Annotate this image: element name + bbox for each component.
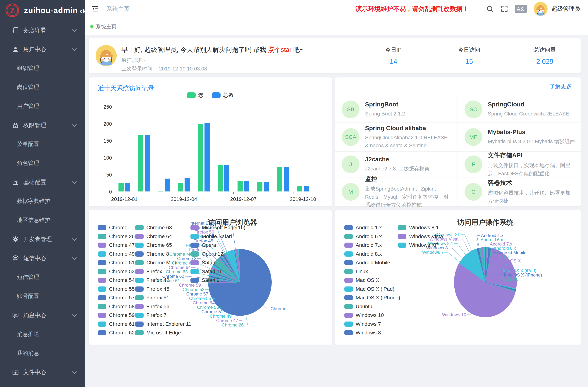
sidebar-item-gear[interactable]: 开发者管理 xyxy=(0,230,85,249)
legend-item[interactable]: Opera xyxy=(190,242,216,248)
breadcrumb[interactable]: 系统主页 xyxy=(107,5,129,13)
legend-item[interactable]: Firefox 42 xyxy=(135,277,169,283)
sidebar-item-user[interactable]: 用户中心 xyxy=(0,40,85,59)
legend-item[interactable]: Mobile Safari xyxy=(190,234,232,239)
y-tick-label: 250 xyxy=(94,104,112,110)
username[interactable]: 超级管理员 xyxy=(552,5,580,13)
legend-item[interactable]: Microsoft Edge xyxy=(135,330,181,336)
legend-item[interactable]: Safari xyxy=(190,260,215,266)
bar-you xyxy=(158,191,163,191)
sidebar-item-sub[interactable]: 角色管理 xyxy=(0,154,85,173)
legend-item[interactable]: Windows Vista xyxy=(398,234,443,239)
legend-item[interactable]: Windows 8.1 xyxy=(398,225,439,231)
legend-item[interactable]: Chrome 62 xyxy=(98,330,135,336)
sidebar-item-sub[interactable]: 菜单配置 xyxy=(0,135,85,154)
legend-label: Chrome 54 xyxy=(109,277,135,283)
learn-more-link[interactable]: 了解更多 xyxy=(550,83,572,90)
sidebar-item-folder[interactable]: 文件中心 xyxy=(0,363,85,382)
legend-item[interactable]: Windows 8 xyxy=(344,330,381,336)
legend-item[interactable]: Chrome 8 xyxy=(135,251,169,257)
tech-card-f[interactable]: F文件存储API封装文件接口，实现本地存储、阿里云、FastDFS存储的配置化 xyxy=(458,151,581,177)
tech-initials-badge: SC xyxy=(464,101,482,118)
tech-card-mp[interactable]: MPMybatis-PlusMybatis-plus 3.2.0：Mybatis… xyxy=(458,122,581,151)
legend-item[interactable]: Android Mobile xyxy=(344,260,390,266)
app-logo[interactable]: Z zuihou-admin cloud xyxy=(0,0,85,21)
sidebar-item-sub[interactable]: 我的消息 xyxy=(0,344,85,363)
legend-item[interactable]: Chrome 47 xyxy=(98,242,135,248)
sidebar-item-sub[interactable]: 地区信息维护 xyxy=(0,211,85,230)
sidebar-item-sub[interactable]: 短信管理 xyxy=(0,268,85,287)
legend-item[interactable]: Chrome 54 xyxy=(98,277,135,283)
legend-swatch xyxy=(135,322,144,327)
sidebar-item-sub[interactable]: 组织管理 xyxy=(0,59,85,78)
legend-item[interactable]: Windows XP xyxy=(398,242,439,248)
user-avatar[interactable] xyxy=(534,2,547,16)
sidebar-item-sub[interactable]: 账号配置 xyxy=(0,287,85,306)
sidebar-item-notebook[interactable]: 务必详看 xyxy=(0,21,85,40)
pie-label: Chrome xyxy=(271,306,286,311)
legend-item[interactable]: Chrome 51 xyxy=(98,260,135,266)
legend-item[interactable]: Chrome 64 xyxy=(135,234,172,239)
legend-item[interactable]: Safari 9 xyxy=(190,277,220,283)
legend-item[interactable]: Android 8.x xyxy=(344,251,382,257)
legend-item[interactable]: Windows 10 xyxy=(344,312,384,318)
legend-item[interactable]: Mac OS X (iPhone) xyxy=(344,295,400,301)
legend-item[interactable]: 总数 xyxy=(212,91,234,99)
y-tick-label: 150 xyxy=(94,138,112,144)
legend-item[interactable]: Mac OS X xyxy=(344,277,379,283)
sidebar-item-chat[interactable]: 短信中心 xyxy=(0,249,85,268)
legend-item[interactable]: Chrome 53 xyxy=(98,268,135,274)
legend-item[interactable]: Chrome 63 xyxy=(135,225,172,231)
legend-item[interactable]: Firefox 45 xyxy=(135,286,169,292)
legend-item[interactable]: Firefox 51 xyxy=(135,295,169,301)
stat-label: 今日访问 xyxy=(445,46,493,54)
legend-item[interactable]: Safari 11 xyxy=(190,268,222,274)
legend-item[interactable]: Mac OS X (iPad) xyxy=(344,286,394,292)
sidebar-item-sliders[interactable]: 基础配置 xyxy=(0,173,85,192)
legend-item[interactable]: Android 1.x xyxy=(344,225,382,231)
legend-swatch xyxy=(344,295,353,300)
tech-card-sc[interactable]: SCSpringCloudSpring Cloud Greenwich.RELE… xyxy=(458,96,581,122)
legend-swatch xyxy=(398,225,406,230)
legend-item[interactable]: Chrome 65 xyxy=(135,242,172,248)
sidebar-item-sub[interactable]: 数据字典维护 xyxy=(0,192,85,211)
tech-card-c[interactable]: C容器技术虚拟化容器技术，让迁移、部署更加方便快捷 xyxy=(458,177,581,206)
gear-icon xyxy=(12,236,19,243)
legend-item[interactable]: Chrome 57 xyxy=(98,295,135,301)
sidebar-item-message[interactable]: 消息中心 xyxy=(0,306,85,325)
tech-card-m[interactable]: M监控集成SpringBootAdmin、Zipkin、Redis、Mysql、… xyxy=(335,177,458,206)
legend-item[interactable]: Chrome Mobile xyxy=(135,260,181,266)
legend-item[interactable]: Opera 12 xyxy=(190,251,223,257)
fullscreen-icon[interactable] xyxy=(500,5,508,13)
legend-item[interactable]: Chrome 26 xyxy=(98,234,135,239)
sidebar-item-lock[interactable]: 权限管理 xyxy=(0,116,85,135)
legend-item[interactable]: 您 xyxy=(187,91,204,99)
legend-item[interactable]: Chrome 58 xyxy=(98,304,135,309)
legend-item[interactable]: Internet Explorer 11 xyxy=(135,321,191,327)
tech-card-sb[interactable]: SBSpringBootSpring Boot 2.1.2 xyxy=(335,96,458,122)
legend-item[interactable]: Windows 7 xyxy=(344,321,381,327)
legend-item[interactable]: Linux xyxy=(344,268,368,274)
sidebar-item-sub[interactable]: 用户管理 xyxy=(0,97,85,116)
legend-item[interactable]: Firefox 56 xyxy=(135,304,169,309)
star-link[interactable]: 点个star xyxy=(268,46,292,53)
sidebar-item-sub[interactable]: 消息推送 xyxy=(0,325,85,344)
legend-item[interactable]: Android 6.x xyxy=(344,234,382,239)
legend-item[interactable]: Chrome xyxy=(98,225,127,231)
language-icon[interactable]: A文 xyxy=(515,5,527,13)
legend-item[interactable]: Firefox xyxy=(135,268,162,274)
tech-card-j[interactable]: JJ2cacheJ2cache2.7.8: 二级缓存框架 xyxy=(335,151,458,177)
sidebar-item-sub[interactable]: 岗位管理 xyxy=(0,78,85,97)
legend-swatch xyxy=(135,330,144,335)
legend-item[interactable]: Firefox 7 xyxy=(135,312,167,318)
search-icon[interactable] xyxy=(486,5,494,13)
legend-item[interactable]: Chrome 55 xyxy=(98,286,135,292)
legend-item[interactable]: Chrome 59 xyxy=(98,312,135,318)
legend-label: Chrome 26 xyxy=(109,234,135,239)
legend-item[interactable]: Android 7.x xyxy=(344,242,382,248)
legend-item[interactable]: Ubuntu xyxy=(344,304,372,309)
legend-item[interactable]: Chrome 49 xyxy=(98,251,135,257)
tab-home[interactable]: 系统主页 xyxy=(85,18,122,35)
legend-item[interactable]: Chrome 61 xyxy=(98,321,135,327)
tech-card-sca[interactable]: SCASpring Cloud alibabaSpringCloudAlibab… xyxy=(335,122,458,151)
